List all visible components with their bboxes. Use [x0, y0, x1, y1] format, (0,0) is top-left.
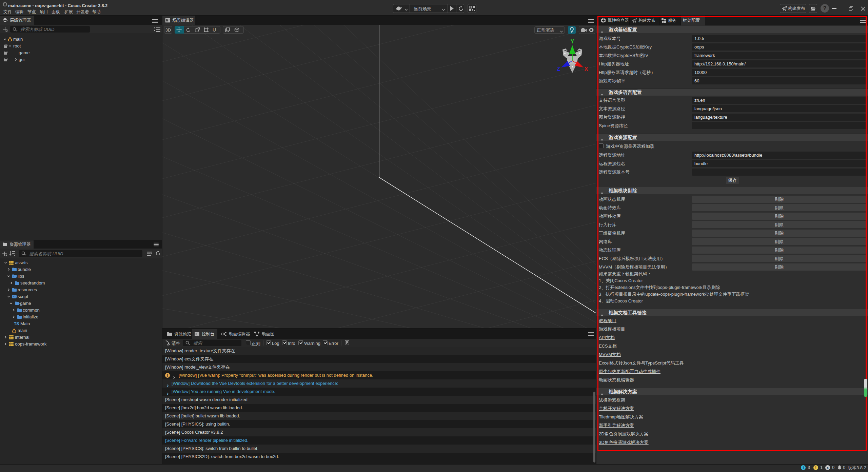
svg-text:X: X: [585, 66, 588, 72]
svg-text:Z: Z: [557, 66, 560, 72]
svg-text:Y: Y: [571, 39, 574, 44]
